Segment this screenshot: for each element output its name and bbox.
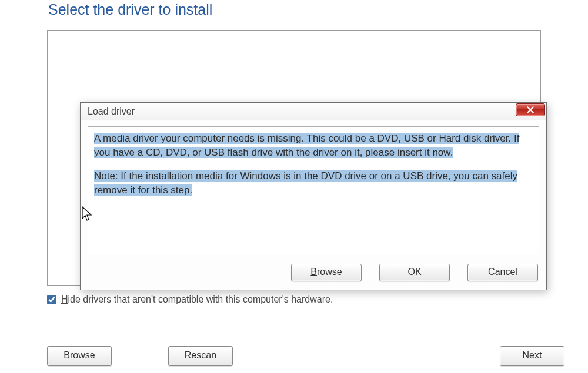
dialog-titlebar[interactable]: Load driver	[81, 103, 546, 120]
dialog-message-2: Note: If the installation media for Wind…	[94, 170, 517, 196]
next-button[interactable]: Next	[500, 346, 564, 366]
page-title: Select the driver to install	[24, 1, 564, 18]
hide-incompatible-label: Hide drivers that aren't compatible with…	[61, 294, 333, 305]
dialog-ok-button[interactable]: OK	[379, 264, 450, 281]
dialog-browse-button[interactable]: Browse	[291, 264, 362, 281]
close-icon	[527, 106, 534, 113]
hide-incompatible-row[interactable]: Hide drivers that aren't compatible with…	[47, 294, 541, 305]
close-button[interactable]	[516, 103, 545, 116]
dialog-cancel-button[interactable]: Cancel	[467, 264, 538, 281]
load-driver-dialog: Load driver A media driver your computer…	[80, 102, 547, 290]
hide-incompatible-checkbox[interactable]	[47, 295, 56, 304]
bottom-button-row: Browse Rescan	[47, 346, 233, 366]
dialog-message-1: A media driver your computer needs is mi…	[94, 133, 519, 158]
dialog-body: A media driver your computer needs is mi…	[88, 126, 539, 254]
browse-button[interactable]: Browse	[47, 346, 112, 366]
dialog-button-row: Browse OK Cancel	[291, 264, 538, 281]
rescan-button[interactable]: Rescan	[168, 346, 233, 366]
dialog-title: Load driver	[88, 106, 135, 117]
